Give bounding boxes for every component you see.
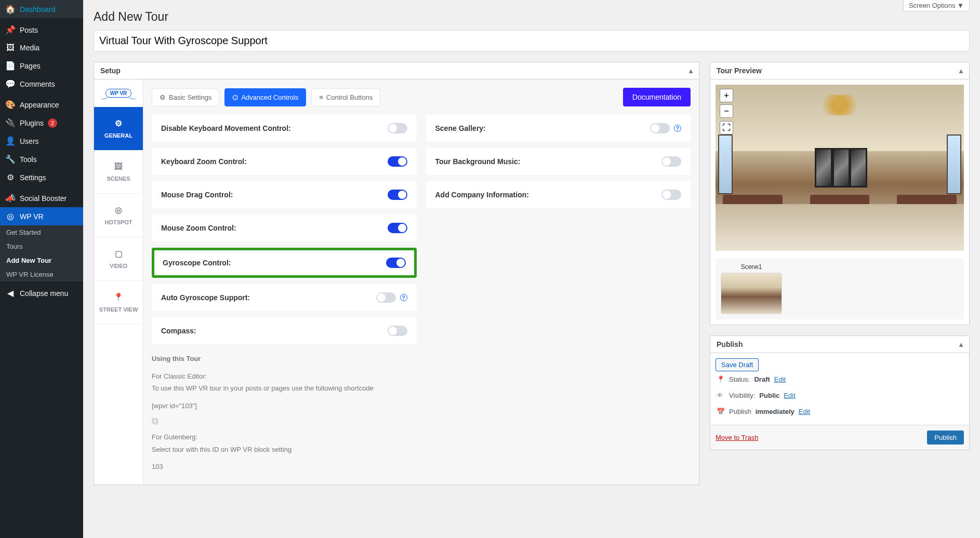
info-icon[interactable]: ?	[400, 294, 407, 301]
using-tour-info: Using this Tour For Classic Editor: To u…	[152, 344, 691, 476]
admin-sidebar: 🏠Dashboard 📌Posts 🖼Media 📄Pages 💬Comment…	[0, 0, 83, 538]
menu-comments[interactable]: 💬Comments	[0, 75, 83, 93]
menu-social-booster[interactable]: 📣Social Booster	[0, 189, 83, 207]
media-icon: 🖼	[5, 43, 16, 52]
panorama-scene	[716, 85, 964, 251]
edit-status-link[interactable]: Edit	[774, 375, 786, 383]
menu-dashboard[interactable]: 🏠Dashboard	[0, 0, 83, 18]
preview-header: Tour Preview	[717, 66, 762, 75]
menu-appearance[interactable]: 🎨Appearance	[0, 96, 83, 114]
menu-pages[interactable]: 📄Pages	[0, 57, 83, 75]
zoom-out-button[interactable]: −	[720, 104, 733, 118]
classic-editor-title: For Classic Editor:	[152, 371, 691, 382]
publish-toggle-icon[interactable]: ▴	[959, 340, 963, 348]
save-draft-button[interactable]: Save Draft	[716, 358, 759, 371]
publish-button[interactable]: Publish	[927, 431, 964, 445]
tour-title-input[interactable]	[94, 30, 970, 51]
move-to-trash-link[interactable]: Move to Trash	[716, 434, 758, 441]
video-icon: ▢	[115, 249, 123, 259]
tab-control-buttons[interactable]: ≡Control Buttons	[311, 88, 380, 106]
submenu-add-new-tour[interactable]: Add New Tour	[0, 253, 83, 267]
menu-label: Tools	[20, 155, 37, 164]
submenu-license[interactable]: WP VR License	[0, 267, 83, 281]
status-label: Status:	[729, 375, 750, 383]
main-content: Screen Options ▼ Add New Tour Setup ▴ WP…	[83, 0, 980, 538]
toggle-gyroscope[interactable]	[386, 258, 406, 268]
tab-advanced-controls[interactable]: ⌬Advanced Controls	[224, 88, 306, 106]
menu-media[interactable]: 🖼Media	[0, 39, 83, 57]
setting-mouse-drag: Mouse Drag Control:	[152, 181, 417, 208]
scene-label: Scene1	[721, 263, 782, 271]
setting-gyroscope-control: Gyroscope Control:	[152, 248, 417, 278]
menu-label: Settings	[20, 173, 46, 182]
copy-icon[interactable]: ⧉	[152, 416, 158, 427]
menu-settings[interactable]: ⚙Settings	[0, 168, 83, 186]
setting-label: Add Company Information:	[435, 191, 529, 199]
gutenberg-text: Select tour with this ID on WP VR block …	[152, 445, 691, 455]
setting-mouse-zoom: Mouse Zoom Control:	[152, 214, 417, 241]
equalizer-icon: ≡	[319, 93, 323, 101]
edit-schedule-link[interactable]: Edit	[799, 408, 810, 415]
setting-label: Scene Gallery:	[435, 124, 486, 132]
toggle-mouse-zoom[interactable]	[388, 223, 407, 233]
vtab-label: STREET VIEW	[99, 306, 138, 313]
preview-toggle-icon[interactable]: ▴	[959, 66, 963, 75]
scene-strip: Scene1	[716, 258, 964, 319]
scene-thumbnail[interactable]	[721, 273, 782, 314]
panorama-viewer[interactable]: + − ⛶	[716, 85, 964, 251]
gutenberg-title: For Gutenberg:	[152, 432, 691, 442]
wrench-icon: 🔧	[5, 154, 16, 164]
tour-id: 103	[152, 462, 691, 472]
setting-disable-keyboard-movement: Disable Keyboard Movement Control:	[152, 115, 417, 142]
toggle-auto-gyroscope[interactable]	[376, 292, 396, 303]
submenu-get-started[interactable]: Get Started	[0, 225, 83, 239]
setting-label: Mouse Drag Control:	[161, 191, 233, 199]
setting-label: Mouse Zoom Control:	[161, 224, 236, 232]
tab-basic-settings[interactable]: ⚙Basic Settings	[152, 88, 219, 106]
dashboard-icon: 🏠	[5, 4, 16, 14]
fullscreen-button[interactable]: ⛶	[720, 121, 733, 134]
submenu-tours[interactable]: Tours	[0, 239, 83, 253]
info-icon[interactable]: ?	[674, 125, 681, 132]
menu-wpvr[interactable]: ◎WP VR	[0, 207, 83, 225]
setting-label: Disable Keyboard Movement Control:	[161, 124, 291, 132]
setting-background-music: Tour Background Music:	[426, 148, 691, 175]
setup-toggle-icon[interactable]: ▴	[689, 66, 693, 75]
status-value: Draft	[754, 375, 770, 383]
menu-plugins[interactable]: 🔌Plugins2	[0, 114, 83, 132]
wpvr-submenu: Get Started Tours Add New Tour WP VR Lic…	[0, 225, 83, 281]
vtab-video[interactable]: ▢VIDEO	[94, 237, 143, 281]
vtab-streetview[interactable]: 📍STREET VIEW	[94, 281, 143, 325]
setting-label: Keyboard Zoom Control:	[161, 157, 247, 166]
vtab-scenes[interactable]: 🖼SCENES	[94, 151, 143, 194]
menu-users[interactable]: 👤Users	[0, 132, 83, 150]
toggle-keyboard-zoom[interactable]	[388, 156, 407, 167]
menu-posts[interactable]: 📌Posts	[0, 21, 83, 39]
toggle-disable-keyboard-movement[interactable]	[388, 123, 407, 133]
edit-visibility-link[interactable]: Edit	[784, 392, 795, 399]
vtab-label: VIDEO	[110, 263, 127, 269]
plugins-badge: 2	[48, 118, 57, 128]
vtab-label: HOTSPOT	[104, 219, 132, 225]
toggle-compass[interactable]	[388, 326, 407, 336]
comment-icon: 💬	[5, 79, 16, 89]
toggle-mouse-drag[interactable]	[388, 190, 407, 200]
user-icon: 👤	[5, 136, 16, 146]
classic-editor-text: To use this WP VR tour in your posts or …	[152, 383, 691, 394]
zoom-in-button[interactable]: +	[720, 89, 733, 102]
calendar-icon: 📅	[717, 408, 725, 415]
menu-tools[interactable]: 🔧Tools	[0, 150, 83, 168]
megaphone-icon: 📣	[5, 193, 16, 203]
toggle-company-info[interactable]	[661, 190, 681, 200]
gear-icon: ⚙	[115, 118, 122, 128]
collapse-menu[interactable]: ◀Collapse menu	[0, 284, 83, 302]
gear-icon: ⚙	[160, 93, 166, 101]
image-icon: 🖼	[114, 162, 123, 171]
toggle-background-music[interactable]	[661, 156, 681, 167]
documentation-button[interactable]: Documentation	[623, 88, 691, 106]
vtab-general[interactable]: ⚙GENERAL	[94, 107, 143, 151]
screen-options-button[interactable]: Screen Options ▼	[903, 0, 970, 11]
tour-preview-postbox: Tour Preview ▴	[710, 62, 970, 325]
toggle-scene-gallery[interactable]	[650, 123, 670, 133]
vtab-hotspot[interactable]: ◎HOTSPOT	[94, 194, 143, 237]
